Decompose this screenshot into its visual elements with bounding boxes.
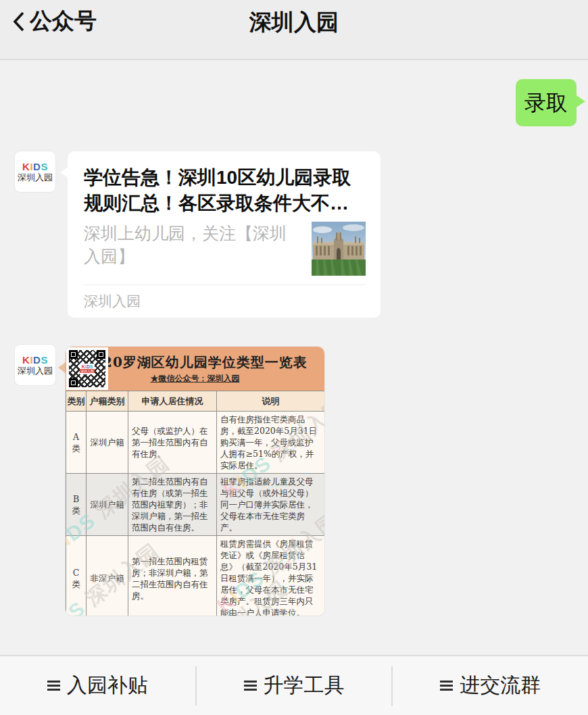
avatar-name: 深圳入园 [18,366,53,376]
sent-message-text: 录取 [524,91,568,115]
menu-bars-icon [440,681,453,691]
kids-letter: D [33,354,41,366]
cell-hukou: 深圳户籍 [87,412,128,474]
col-header-residence: 申请人居住情况 [128,391,217,412]
cell-type: B类 [66,474,87,536]
table-row: B类 深圳户籍 第二招生范围内有自有住房（或第一招生范围内祖辈房）；非深圳户籍，… [66,474,325,536]
admission-rules-table: 类别 户籍类别 申请人居住情况 说明 A类 深圳户籍 父母（或监护人）在第一招生… [66,391,324,616]
menu-item-subsidy[interactable]: 入园补贴 [0,656,195,715]
menu-item-label: 入园补贴 [67,672,148,699]
menu-item-group[interactable]: 进交流群 [393,656,588,715]
qr-center-logo: KIDS 深圳入园 [80,364,95,374]
article-thumbnail [312,222,366,276]
official-account-menu-bar: 入园补贴 升学工具 进交流群 [0,655,588,715]
menu-item-label: 进交流群 [460,672,541,699]
kids-logo: KIDS [22,161,48,172]
bubble-tail-right [575,95,585,108]
kids-logo: KIDS [82,364,93,369]
menu-bars-icon [47,681,60,691]
avatar-name: 深圳入园 [18,172,53,183]
kids-logo: KIDS [22,354,48,366]
article-source: 深圳入园 [84,285,366,318]
cell-type: C类 [66,536,87,616]
menu-item-tools[interactable]: 升学工具 [197,656,392,715]
article-digest: 深圳上幼儿园，关注【深圳入园】 [84,222,302,276]
qr-finder-icon [97,350,105,359]
cell-note: 租赁房需提供《房屋租赁凭证》或《房屋租赁信息》（截至2020年5月31日租赁满一… [217,536,325,616]
col-header-type: 类别 [66,391,87,412]
cell-hukou: 深圳户籍 [87,474,128,536]
sent-message-bubble[interactable]: 录取 [516,79,577,126]
cell-residence: 父母（或监护人）在第一招生范围内有自有住房。 [128,412,217,474]
kids-letter: D [33,161,41,172]
col-header-hukou: 户籍类别 [87,391,128,412]
cell-residence: 第二招生范围内有自有住房（或第一招生范围内祖辈房）；非深圳户籍，第一招生范围内自… [128,474,217,536]
chat-title: 深圳入园 [0,7,588,38]
official-account-avatar[interactable]: KIDS 深圳入园 [15,345,55,385]
article-title: 学位告急！深圳10区幼儿园录取规则汇总！各区录取条件大不… [84,165,366,216]
table-row: C类 非深户籍 第一招生范围内租赁房；非深圳户籍，第二招生范围内自有住房。 租赁… [66,536,325,616]
college-building-image [312,222,366,276]
table-header-row: 类别 户籍类别 申请人居住情况 说明 [66,391,325,412]
table-row: A类 深圳户籍 父母（或监护人）在第一招生范围内有自有住房。 自有住房指住宅类商… [66,412,325,474]
qr-code: KIDS 深圳入园 [66,347,108,390]
cell-note: 祖辈房指适龄儿童及父母与祖父母（或外祖父母）同一户口簿并实际居住，父母在本市无住… [217,474,325,536]
cell-hukou: 非深户籍 [87,536,128,616]
col-header-note: 说明 [217,391,325,412]
qr-finder-icon [69,378,78,387]
official-account-avatar[interactable]: KIDS 深圳入园 [15,151,55,192]
nav-bar: 公众号 深圳入园 [0,0,588,60]
cell-type: A类 [66,412,87,474]
kids-letter: S [41,161,48,172]
wechat-chat-screen: 公众号 深圳入园 录取 KIDS 深圳入园 学位告急！深圳10区幼儿园录取规则汇… [0,0,588,715]
menu-item-label: 升学工具 [264,672,345,699]
admission-table-image[interactable]: KIDS 深圳入园 KIDS 深圳入园 KIDS 深圳入园 KIDS 深圳入园 … [66,347,324,616]
qr-finder-icon [69,350,78,359]
menu-bars-icon [244,681,257,691]
table-image-header: KIDS 深圳入园 2020罗湖区幼儿园学位类型一览表 ★微信公众号：深圳入园 [66,347,324,391]
kids-letter: K [22,354,30,366]
cell-residence: 第一招生范围内租赁房；非深圳户籍，第二招生范围内自有住房。 [128,536,217,616]
sent-message-row: 录取 [516,79,577,126]
bubble-tail-left [60,166,69,178]
article-link-card[interactable]: 学位告急！深圳10区幼儿园录取规则汇总！各区录取条件大不… 深圳上幼儿园，关注【… [68,151,381,318]
cell-note: 自有住房指住宅类商品房，截至2020年5月31日购买满一年，父母或监护人拥有≥5… [217,412,325,474]
kids-letter: K [22,161,30,172]
kids-letter: S [41,354,48,366]
qr-logo-name: 深圳入园 [80,369,95,373]
